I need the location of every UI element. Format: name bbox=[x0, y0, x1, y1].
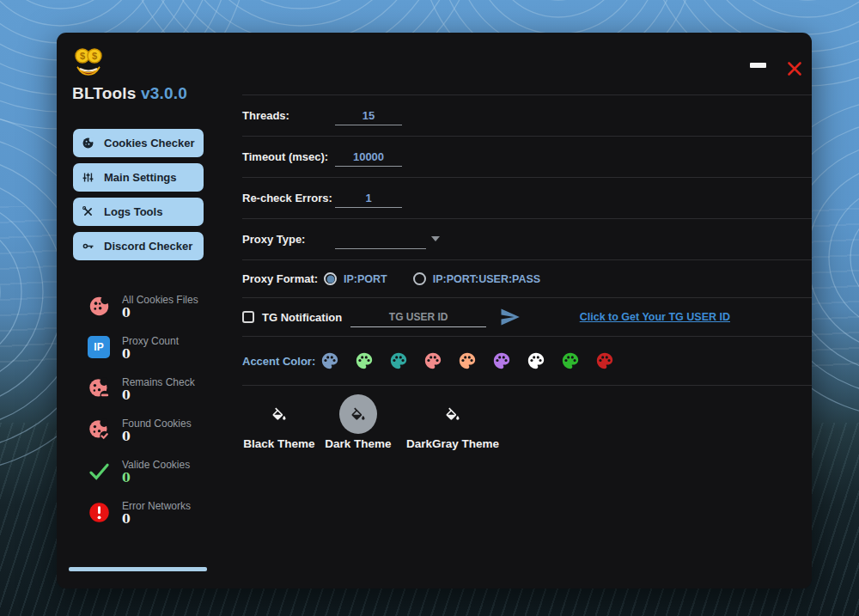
cookie-minus-icon bbox=[88, 377, 111, 400]
stat-label: Remains Check bbox=[122, 375, 195, 388]
stat-label: Proxy Count bbox=[122, 334, 179, 347]
sidebar-progress-bar bbox=[69, 567, 207, 571]
nav-logs-tools-button[interactable]: Logs Tools bbox=[73, 198, 204, 226]
timeout-input[interactable] bbox=[335, 148, 402, 167]
theme-buttons: Black Theme Dark Theme DarkGray Theme bbox=[242, 386, 812, 450]
proxy-format-label: Proxy Format: bbox=[242, 272, 324, 285]
paint-bucket-icon bbox=[444, 406, 461, 422]
key-icon bbox=[82, 240, 94, 253]
accent-color-label: Accent Color: bbox=[242, 355, 320, 368]
stat-found-cookies: Found Cookies 0 bbox=[88, 417, 198, 458]
ip-badge-icon: IP bbox=[88, 336, 110, 358]
theme-label: Dark Theme bbox=[325, 437, 391, 450]
stat-value: 0 bbox=[122, 512, 191, 527]
proxy-format-radio-group: IP:PORT IP:PORT:USER:PASS bbox=[324, 272, 540, 285]
stat-remains-check: Remains Check 0 bbox=[88, 375, 198, 417]
timeout-label: Timeout (msec): bbox=[242, 150, 335, 163]
palette-icon-teal[interactable] bbox=[389, 351, 408, 370]
tg-user-id-link[interactable]: Click to Get Your TG USER ID bbox=[580, 311, 730, 323]
error-icon bbox=[88, 501, 111, 524]
radio-ip-port[interactable]: IP:PORT bbox=[324, 272, 387, 285]
nav-discord-checker-button[interactable]: Discord Checker bbox=[73, 232, 204, 260]
app-version: v3.0.0 bbox=[141, 84, 187, 102]
recheck-errors-label: Re-check Errors: bbox=[242, 192, 335, 204]
radio-circle-icon bbox=[413, 272, 426, 285]
stat-all-cookies-files: All Cookies Files 0 bbox=[88, 293, 198, 334]
tg-notification-row: TG Notification Click to Get Your TG USE… bbox=[242, 298, 812, 337]
palette-icon-lightgreen[interactable] bbox=[355, 351, 374, 370]
stat-label: Error Networks bbox=[122, 499, 191, 512]
stat-label: All Cookies Files bbox=[122, 293, 198, 306]
recheck-errors-input[interactable] bbox=[335, 189, 402, 208]
threads-input[interactable] bbox=[335, 107, 402, 125]
check-icon bbox=[88, 460, 111, 483]
stat-error-networks: Error Networks 0 bbox=[88, 499, 198, 540]
stat-label: Valide Cookies bbox=[122, 458, 190, 471]
nav-main-settings-button[interactable]: Main Settings bbox=[73, 163, 204, 192]
threads-label: Threads: bbox=[242, 109, 335, 122]
stat-value: 0 bbox=[122, 306, 198, 320]
palette-icon-green[interactable] bbox=[561, 351, 580, 370]
nav-cookies-checker-button[interactable]: Cookies Checker bbox=[73, 129, 204, 157]
paint-bucket-icon bbox=[350, 406, 367, 422]
palette-icon-steelblue[interactable] bbox=[320, 351, 339, 370]
theme-dark-button[interactable]: Dark Theme bbox=[320, 394, 397, 450]
stat-value: 0 bbox=[122, 347, 179, 362]
tg-notification-checkbox[interactable] bbox=[242, 311, 254, 323]
proxy-type-row: Proxy Type: bbox=[242, 219, 812, 260]
stat-value: 0 bbox=[122, 471, 190, 485]
palette-icon-red[interactable] bbox=[595, 351, 614, 370]
cookie-icon bbox=[82, 137, 94, 149]
settings-panel: Threads: Timeout (msec): Re-check Errors… bbox=[242, 33, 812, 450]
nav-label: Main Settings bbox=[104, 171, 177, 184]
app-title: BLTools v3.0.0 bbox=[72, 84, 187, 103]
radio-ip-port-user-pass[interactable]: IP:PORT:USER:PASS bbox=[413, 272, 540, 285]
app-window: $ $ BLTools v3.0.0 Cookies Checker Main … bbox=[57, 33, 812, 589]
palette-icon-peach[interactable] bbox=[458, 351, 477, 370]
stat-value: 0 bbox=[122, 430, 192, 444]
paint-bucket-icon bbox=[271, 406, 288, 422]
proxy-type-label: Proxy Type: bbox=[242, 233, 335, 246]
theme-black-button[interactable]: Black Theme bbox=[242, 394, 316, 450]
stat-valide-cookies: Valide Cookies 0 bbox=[88, 458, 198, 499]
svg-text:$: $ bbox=[80, 51, 85, 61]
proxy-type-select[interactable] bbox=[335, 230, 426, 249]
nav-label: Cookies Checker bbox=[104, 137, 195, 149]
theme-label: Black Theme bbox=[243, 437, 314, 450]
svg-text:$: $ bbox=[92, 51, 97, 61]
sidebar-nav: Cookies Checker Main Settings Logs Tools… bbox=[73, 129, 204, 266]
nav-label: Logs Tools bbox=[104, 205, 162, 218]
stat-label: Found Cookies bbox=[122, 417, 192, 430]
radio-label: IP:PORT:USER:PASS bbox=[433, 273, 540, 285]
nav-label: Discord Checker bbox=[104, 240, 192, 253]
tools-icon bbox=[82, 205, 94, 218]
tg-user-id-input[interactable] bbox=[350, 308, 486, 327]
palette-icon-violet[interactable] bbox=[492, 351, 511, 370]
theme-label: DarkGray Theme bbox=[406, 437, 499, 450]
recheck-errors-row: Re-check Errors: bbox=[242, 178, 812, 219]
accent-color-row: Accent Color: bbox=[242, 337, 812, 386]
cookie-icon bbox=[88, 295, 111, 318]
stat-value: 0 bbox=[122, 388, 195, 403]
radio-circle-icon bbox=[324, 272, 337, 285]
money-face-icon: $ $ bbox=[71, 46, 106, 80]
sidebar-stats: All Cookies Files 0 IP Proxy Count 0 Rem… bbox=[88, 293, 198, 540]
theme-darkgray-button[interactable]: DarkGray Theme bbox=[402, 394, 503, 450]
app-name: BLTools bbox=[72, 84, 137, 102]
radio-label: IP:PORT bbox=[344, 273, 387, 285]
palette-icon-salmon[interactable] bbox=[423, 351, 442, 370]
sliders-icon bbox=[82, 171, 94, 184]
cookie-check-icon bbox=[88, 418, 111, 442]
timeout-row: Timeout (msec): bbox=[242, 137, 812, 178]
stat-proxy-count: IP Proxy Count 0 bbox=[88, 334, 198, 375]
chevron-down-icon bbox=[431, 236, 440, 241]
palette-icon-white[interactable] bbox=[527, 351, 545, 370]
proxy-format-row: Proxy Format: IP:PORT IP:PORT:USER:PASS bbox=[242, 260, 812, 298]
tg-notification-label: TG Notification bbox=[262, 311, 342, 324]
send-icon[interactable] bbox=[499, 308, 521, 326]
accent-color-swatches bbox=[320, 351, 614, 370]
threads-row: Threads: bbox=[242, 95, 812, 137]
